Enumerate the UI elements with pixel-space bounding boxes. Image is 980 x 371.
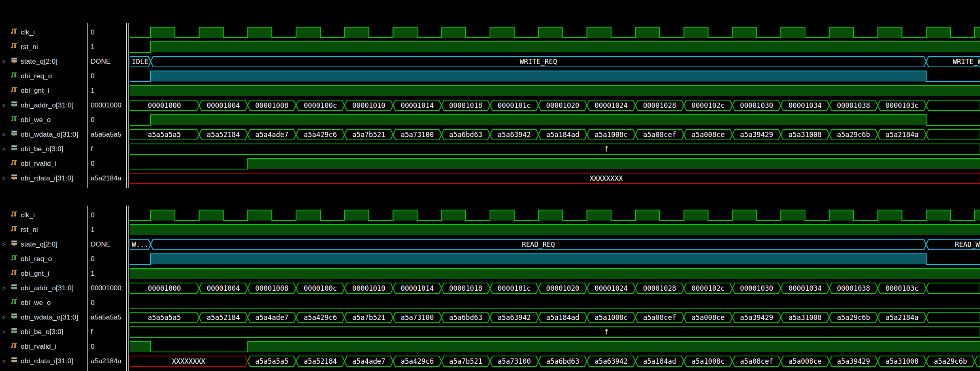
signal-icon-wrap (11, 354, 18, 369)
signal-name-label: rst_ni (21, 223, 38, 237)
waveform-panel-1: clk_i0rst_ni1>state_q[2:0]DONEobi_req_o0… (0, 18, 980, 188)
expander-chevron-icon[interactable]: > (0, 237, 8, 252)
bus-value-label: 00001020 (546, 284, 579, 292)
bus-value-label: a5a73100 (401, 313, 434, 322)
expander-chevron-icon[interactable]: > (0, 127, 8, 142)
expander-chevron-icon[interactable]: > (0, 310, 8, 325)
bus-value-label: a5a52184 (207, 131, 240, 139)
signal-row-obi_req_o[interactable]: obi_req_o (0, 69, 87, 84)
signal-row-obi_wdata_o_31_0_[interactable]: >obi_wdata_o[31:0] (0, 127, 87, 142)
signal-row-obi_rdata_i_31_0_[interactable]: >obi_rdata_i[31:0] (0, 171, 87, 186)
bit-input-icon (11, 42, 18, 49)
time-cursor[interactable] (128, 23, 129, 188)
expander-chevron-icon[interactable]: > (0, 142, 8, 157)
bit-input-icon (11, 210, 18, 217)
bus-value-label: a5a184ad (643, 357, 676, 365)
signal-row-obi_addr_o_31_0_[interactable]: >obi_addr_o[31:0] (0, 281, 87, 296)
bus-value-label: 00001038 (837, 284, 870, 292)
signal-name-label: obi_addr_o[31:0] (21, 281, 74, 296)
bus-value-label: 00001024 (594, 101, 628, 109)
bus-value-label: 00001030 (740, 101, 773, 109)
bit-output-icon (11, 71, 18, 78)
signal-row-clk_i[interactable]: clk_i (0, 208, 87, 223)
signal-icon-wrap (11, 252, 18, 266)
signal-row-state_q_2_0_[interactable]: >state_q[2:0] (0, 237, 87, 252)
expander-chevron-icon[interactable]: > (0, 281, 8, 296)
signal-row-obi_addr_o_31_0_[interactable]: >obi_addr_o[31:0] (0, 98, 87, 113)
waveform-panel-2: clk_i0rst_ni1>state_q[2:0]DONEobi_req_o0… (0, 201, 980, 371)
expander-chevron-icon[interactable]: > (0, 54, 8, 69)
bus-value-label: a5a4ade7 (352, 357, 386, 365)
values-waves-divider[interactable] (126, 206, 127, 371)
bus-value-label: a5a52184 (207, 313, 240, 322)
signal-value-cell: 1 (91, 84, 126, 98)
bus-value-label: a5a08cef (740, 357, 773, 365)
bus-value-label: a5a429c6 (304, 313, 337, 322)
bit-input-icon (11, 159, 18, 166)
bit-input-icon (11, 268, 18, 276)
bus-value-label: f (604, 328, 608, 336)
signal-icon-wrap (11, 54, 18, 69)
bus-value-label: a5a5a5a5 (255, 357, 288, 365)
bus-value-label: 0000100c (304, 284, 337, 292)
signal-row-state_q_2_0_[interactable]: >state_q[2:0] (0, 54, 87, 69)
signal-row-clk_i[interactable]: clk_i (0, 25, 87, 40)
bus-input-icon (11, 356, 18, 363)
signal-icon-wrap (11, 69, 18, 84)
wave-canvas[interactable]: W...READ_REQREAD_WAIT0000100000001004000… (130, 201, 980, 371)
signal-row-obi_we_o[interactable]: obi_we_o (0, 296, 87, 310)
signal-row-obi_gnt_i[interactable]: obi_gnt_i (0, 84, 87, 98)
bus-input-icon (11, 173, 18, 180)
bus-value-label: a5a1008c (594, 131, 628, 139)
bus-value-label: XXXXXXXX (590, 174, 623, 182)
names-values-divider[interactable] (87, 23, 88, 188)
signal-name-label: obi_gnt_i (21, 266, 49, 281)
wave-canvas[interactable]: IDLEWRITE_REQWRITE_WAIT00001000000010040… (130, 18, 980, 188)
expander-chevron-icon[interactable]: > (0, 171, 8, 186)
signal-icon-wrap (11, 127, 18, 142)
bus-value-label: a5a008ce (788, 357, 822, 365)
bit-output-icon (11, 298, 18, 305)
signal-icon-wrap (11, 296, 18, 310)
expander-chevron-icon[interactable]: > (0, 354, 8, 369)
expander-chevron-icon[interactable]: > (0, 98, 8, 113)
bus-value-label: 00001004 (207, 101, 240, 109)
signal-value-cell: f (91, 325, 126, 339)
signal-icon-wrap (11, 208, 18, 223)
signal-row-obi_rvalid_i[interactable]: obi_rvalid_i (0, 339, 87, 354)
bus-value-label: a5a2184a (885, 131, 918, 139)
time-cursor[interactable] (128, 206, 129, 371)
signal-name-label: obi_wdata_o[31:0] (21, 310, 78, 325)
signal-icon-wrap (11, 237, 18, 252)
signal-row-obi_gnt_i[interactable]: obi_gnt_i (0, 266, 87, 281)
bus-value-label: WRITE_WAIT (953, 58, 980, 66)
signal-value-cell: 0 (91, 339, 126, 354)
bus-value-label: 0000101c (498, 101, 531, 109)
signal-row-obi_be_o_3_0_[interactable]: >obi_be_o[3:0] (0, 325, 87, 339)
bus-value-label: 0000100c (304, 101, 337, 109)
signal-icon-wrap (11, 266, 18, 281)
signal-name-label: obi_be_o[3:0] (21, 142, 64, 157)
bus-value-label: IDLE (132, 58, 149, 66)
signal-row-obi_req_o[interactable]: obi_req_o (0, 252, 87, 266)
bus-value-label: READ_WAIT (955, 240, 980, 249)
signal-row-obi_be_o_3_0_[interactable]: >obi_be_o[3:0] (0, 142, 87, 157)
signal-name-label: obi_rvalid_i (21, 339, 56, 354)
names-values-divider[interactable] (87, 206, 88, 371)
signal-row-obi_rdata_i_31_0_[interactable]: >obi_rdata_i[31:0] (0, 354, 87, 369)
bus-value-label: a5a7b521 (352, 313, 386, 322)
signal-name-label: state_q[2:0] (21, 54, 58, 69)
bus-value-label: a5a4ade7 (255, 131, 288, 139)
signal-row-obi_wdata_o_31_0_[interactable]: >obi_wdata_o[31:0] (0, 310, 87, 325)
signal-icon-wrap (11, 25, 18, 40)
signal-value-cell: 1 (91, 266, 126, 281)
expander-chevron-icon[interactable]: > (0, 325, 8, 339)
bus-value-label: a5a4ade7 (255, 313, 288, 322)
signal-row-obi_rvalid_i[interactable]: obi_rvalid_i (0, 157, 87, 171)
bus-value-label: a5a7b521 (449, 357, 482, 365)
signal-row-rst_ni[interactable]: rst_ni (0, 40, 87, 54)
values-waves-divider[interactable] (126, 23, 127, 188)
signal-row-rst_ni[interactable]: rst_ni (0, 223, 87, 237)
signal-row-obi_we_o[interactable]: obi_we_o (0, 113, 87, 127)
signal-value-cell: a5a2184a (91, 171, 126, 186)
